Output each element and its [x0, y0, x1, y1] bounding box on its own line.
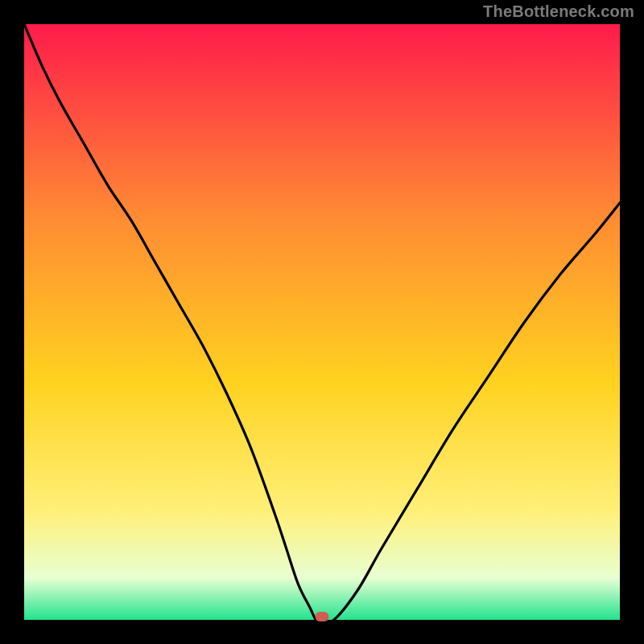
chart-frame: TheBottleneck.com — [0, 0, 644, 644]
gradient-background — [24, 24, 620, 620]
attribution-label: TheBottleneck.com — [483, 2, 634, 21]
bottleneck-plot — [24, 24, 620, 620]
optimal-marker — [316, 612, 329, 621]
